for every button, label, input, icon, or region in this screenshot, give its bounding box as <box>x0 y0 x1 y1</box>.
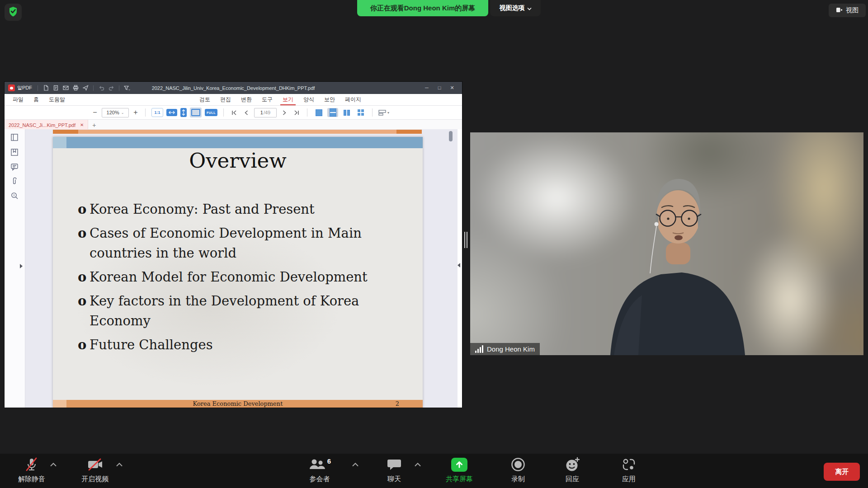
collapse-panel-right-arrow[interactable] <box>458 263 460 267</box>
share-screen-button[interactable]: 共享屏幕 <box>432 456 486 483</box>
participant-person <box>470 132 863 355</box>
menu-pages[interactable]: 페이지 <box>340 94 366 105</box>
menu-security[interactable]: 보안 <box>319 94 340 105</box>
zoom-out-button[interactable]: − <box>91 108 99 117</box>
slide-bullet-list: oKorea Economy: Past and Present oCases … <box>78 199 409 359</box>
reactions-icon <box>565 456 580 473</box>
view-options-button[interactable]: 视图选项 <box>490 0 541 16</box>
menu-tools[interactable]: 도구 <box>257 94 278 105</box>
bullet-icon: o <box>78 335 86 355</box>
menu-file[interactable]: 파일 <box>8 94 28 105</box>
open-document-icon[interactable] <box>51 84 61 93</box>
participants-button[interactable]: 6 参会者 <box>292 456 347 483</box>
new-document-icon[interactable] <box>41 84 51 93</box>
zoom-in-button[interactable]: + <box>132 108 139 117</box>
previous-page-button[interactable] <box>242 108 251 117</box>
view-button[interactable]: 视图 <box>829 4 866 17</box>
mic-muted-icon <box>24 456 39 473</box>
list-item: oKorean Model for Economic Development <box>78 267 409 287</box>
full-screen-button[interactable]: FULL <box>205 109 217 116</box>
fit-page-button[interactable] <box>190 108 202 117</box>
pdf-menubar: 파일 홈 도움말 검토 편집 변환 도구 보기 양식 보안 페이지 <box>5 94 462 106</box>
single-page-view-button[interactable] <box>313 108 324 117</box>
leave-button[interactable]: 离开 <box>824 463 860 481</box>
participant-video-tile[interactable]: Dong Heon Kim <box>470 132 863 355</box>
participants-options-chevron-icon[interactable] <box>352 463 359 467</box>
search-icon[interactable] <box>10 192 19 201</box>
resize-divider-handle[interactable] <box>464 232 467 248</box>
view-icon <box>836 7 843 14</box>
audio-options-chevron-icon[interactable] <box>50 463 57 467</box>
participant-name-tag: Dong Heon Kim <box>470 343 540 355</box>
unmute-button[interactable]: 解除静音 <box>5 456 59 483</box>
fit-height-button[interactable] <box>180 108 187 117</box>
email-icon[interactable] <box>61 84 71 93</box>
share-screen-label: 共享屏幕 <box>446 475 473 483</box>
watching-screen-banner: 你正在观看Dong Heon Kim的屏幕 <box>357 0 488 16</box>
meeting-security-button[interactable] <box>5 4 22 21</box>
watching-screen-banner-text: 你正在观看Dong Heon Kim的屏幕 <box>370 4 476 13</box>
vertical-scrollbar[interactable] <box>449 131 453 141</box>
page-layout-dropdown[interactable]: ▾ <box>378 110 389 116</box>
actual-size-button[interactable]: 1:1 <box>151 108 163 117</box>
reactions-button[interactable]: 回应 <box>545 456 599 483</box>
attachment-icon[interactable] <box>10 177 19 186</box>
customize-toolbar-icon[interactable] <box>122 84 132 93</box>
pdf-document-area: Overview oKorea Economy: Past and Presen… <box>5 129 462 408</box>
bookmark-icon[interactable] <box>10 148 19 157</box>
scrollbar-gutter <box>458 129 462 408</box>
first-page-button[interactable] <box>230 108 239 117</box>
tab-close-icon[interactable]: ✕ <box>80 122 84 127</box>
menu-view[interactable]: 보기 <box>278 94 298 105</box>
list-item: oKey factors in the Development of Korea… <box>78 291 409 331</box>
comments-icon[interactable] <box>10 163 19 172</box>
apps-label: 应用 <box>622 475 636 483</box>
slide-title: Overview <box>53 149 423 173</box>
apps-icon <box>622 456 636 473</box>
fit-width-button[interactable] <box>166 109 177 116</box>
chat-options-chevron-icon[interactable] <box>414 463 421 467</box>
new-tab-button[interactable]: + <box>88 120 100 130</box>
bullet-icon: o <box>78 199 86 219</box>
menu-home[interactable]: 홈 <box>28 94 44 105</box>
redo-icon[interactable] <box>106 84 116 93</box>
apps-button[interactable]: 应用 <box>602 456 656 483</box>
menu-help[interactable]: 도움말 <box>44 94 70 105</box>
print-icon[interactable] <box>71 84 80 93</box>
window-maximize-button[interactable]: □ <box>433 85 446 91</box>
record-button[interactable]: 录制 <box>491 456 545 483</box>
thumbnails-icon[interactable] <box>10 133 19 142</box>
bullet-icon: o <box>78 291 86 311</box>
undo-icon[interactable] <box>96 84 106 93</box>
collapse-panel-left-arrow[interactable] <box>20 264 23 268</box>
slide-footer-bar: Korea Economic Development 2 <box>53 400 423 408</box>
grid-view-button[interactable] <box>355 108 366 117</box>
window-close-button[interactable]: ✕ <box>446 85 458 91</box>
two-page-view-button[interactable] <box>341 108 352 117</box>
send-share-icon[interactable] <box>80 84 90 93</box>
menu-review[interactable]: 검토 <box>194 94 215 105</box>
menu-convert[interactable]: 변환 <box>236 94 257 105</box>
divider <box>372 108 373 117</box>
pdf-viewer-window: 알PDF <box>5 82 462 408</box>
zoom-level-value: 120% <box>107 110 119 115</box>
bullet-icon: o <box>78 223 86 243</box>
chevron-down-icon: ⌄ <box>121 111 124 115</box>
continuous-view-button[interactable] <box>327 108 338 117</box>
page-number-input[interactable]: 1 /49 <box>254 108 277 117</box>
document-tab[interactable]: 2022_NASC_Ji...Kim_PPT.pdf ✕ <box>5 120 88 130</box>
last-page-button[interactable] <box>292 108 301 117</box>
next-page-button[interactable] <box>280 108 289 117</box>
divider <box>93 85 94 91</box>
unmute-label: 解除静音 <box>18 475 45 483</box>
menu-edit[interactable]: 편집 <box>215 94 236 105</box>
start-video-button[interactable]: 开启视频 <box>68 456 122 483</box>
chat-button[interactable]: 聊天 <box>367 456 421 483</box>
reactions-label: 回应 <box>566 475 579 483</box>
menu-forms[interactable]: 양식 <box>298 94 319 105</box>
window-minimize-button[interactable]: ─ <box>420 85 433 91</box>
camera-off-icon <box>86 456 104 473</box>
video-options-chevron-icon[interactable] <box>116 463 123 467</box>
zoom-level-select[interactable]: 120% ⌄ <box>102 108 129 117</box>
bullet-icon: o <box>78 267 86 287</box>
